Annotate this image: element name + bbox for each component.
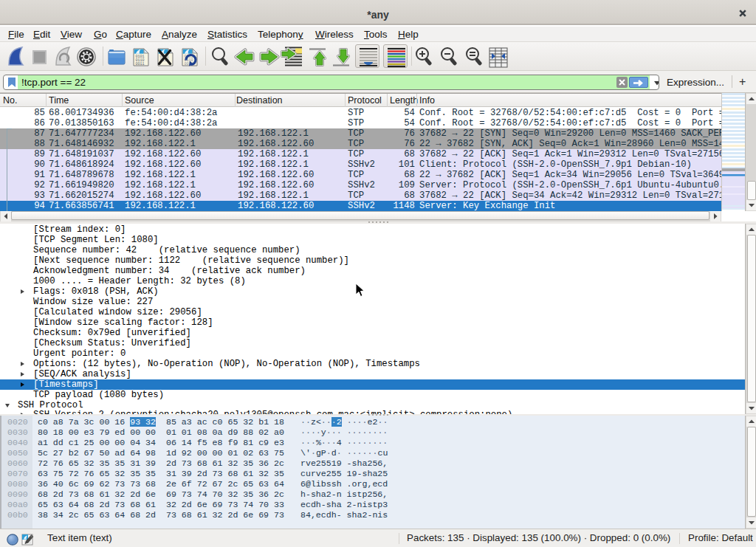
svg-text:0011: 0011 xyxy=(136,62,145,66)
